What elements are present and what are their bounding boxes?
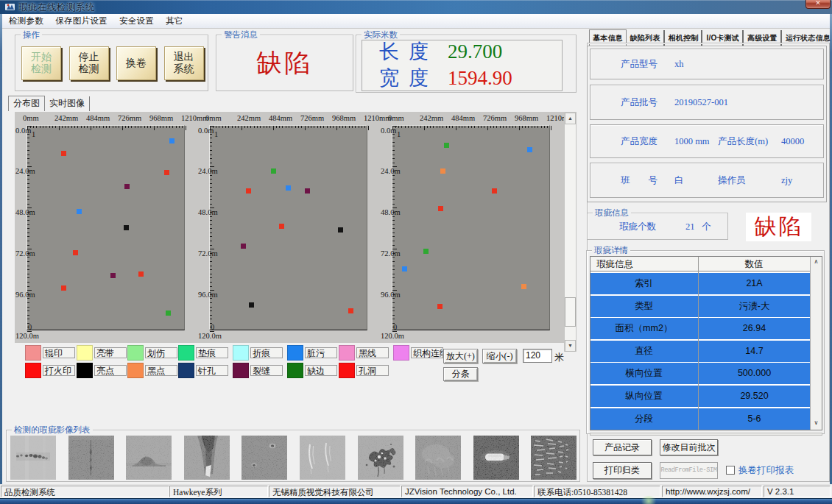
scroll-up-icon[interactable]: ∧ xyxy=(811,257,822,269)
window-title: 瑕疵在线检测系统 xyxy=(18,1,95,14)
defect-marker[interactable] xyxy=(124,184,130,189)
defect-thumbnail-9[interactable] xyxy=(473,436,519,480)
plot-area-3[interactable]: 10 xyxy=(392,125,550,331)
op-button-4[interactable]: 退出系统 xyxy=(164,46,204,80)
right-tab-5[interactable]: 高级设置 xyxy=(744,30,782,46)
y-tick-label: 24.0m xyxy=(15,167,35,175)
detail-row[interactable]: 直径14.7 xyxy=(590,341,810,362)
print-on-roll-change-checkbox[interactable] xyxy=(726,466,735,475)
defect-thumbnail-2[interactable] xyxy=(68,436,114,480)
defect-marker[interactable] xyxy=(73,250,78,255)
defect-alarm-text: 缺陷 xyxy=(755,212,803,242)
defect-count-unit: 个 xyxy=(702,220,711,233)
legend-swatch xyxy=(77,363,93,378)
legend-swatch xyxy=(233,363,249,378)
plot-area-2[interactable]: 10 xyxy=(209,125,367,331)
defect-marker[interactable] xyxy=(440,168,445,174)
defect-marker[interactable] xyxy=(444,143,449,148)
detail-row-name: 纵向位置 xyxy=(590,386,697,407)
defect-marker[interactable] xyxy=(305,188,310,194)
defect-marker[interactable] xyxy=(438,206,443,211)
right-tab-1[interactable]: 基本信息 xyxy=(589,29,627,46)
defect-marker[interactable] xyxy=(241,244,246,249)
scroll-down-icon[interactable]: ▼ xyxy=(565,340,576,352)
menu-item-1[interactable]: 检测参数 xyxy=(6,14,46,28)
defect-marker[interactable] xyxy=(138,271,144,277)
defect-marker[interactable] xyxy=(338,227,343,233)
defect-thumbnail-8[interactable] xyxy=(415,436,461,480)
defect-thumbnail-3[interactable] xyxy=(126,436,172,480)
defect-thumbnail-10[interactable] xyxy=(531,436,577,480)
op-button-2[interactable]: 停止检测 xyxy=(69,46,109,80)
action-button-2[interactable]: 修改目前批次 xyxy=(660,439,718,455)
defect-marker[interactable] xyxy=(437,304,443,309)
view-tab-1[interactable]: 分布图 xyxy=(8,96,45,111)
scroll-down-icon[interactable]: ∨ xyxy=(811,418,822,430)
defect-thumbnail-4[interactable] xyxy=(184,436,230,480)
detail-row[interactable]: 分段5-6 xyxy=(590,408,810,430)
right-tab-6[interactable]: 运行状态信息 xyxy=(783,30,832,46)
op-button-3[interactable]: 换卷 xyxy=(116,46,156,80)
detail-row-name: 分段 xyxy=(590,408,697,430)
defect-marker[interactable] xyxy=(527,147,532,152)
defect-marker[interactable] xyxy=(164,170,169,175)
split-button[interactable]: 分条 xyxy=(443,367,478,381)
op-button-1[interactable]: 开始检测 xyxy=(21,46,61,80)
x-tick-label: 0mm xyxy=(388,114,404,122)
defect-alarm-box: 缺陷 xyxy=(746,213,811,241)
defect-marker[interactable] xyxy=(271,168,276,174)
defect-marker[interactable] xyxy=(166,310,171,316)
defect-thumbnail-1[interactable] xyxy=(10,436,56,480)
defect-thumbnail-6[interactable] xyxy=(300,436,345,480)
right-tab-3[interactable]: 相机控制 xyxy=(666,30,703,46)
defect-marker[interactable] xyxy=(423,249,429,254)
defect-marker[interactable] xyxy=(110,273,116,278)
zoom-out-button[interactable]: 缩小(-) xyxy=(482,349,517,363)
zoom-in-button[interactable]: 放大(+) xyxy=(443,349,478,363)
defect-marker[interactable] xyxy=(492,188,497,194)
menu-item-2[interactable]: 保存图片设置 xyxy=(52,14,110,28)
menu-item-3[interactable]: 安全设置 xyxy=(116,14,157,28)
defect-marker[interactable] xyxy=(77,209,82,214)
menu-item-4[interactable]: 其它 xyxy=(163,14,186,28)
status-segment-1: 品质检测系统 xyxy=(1,486,169,497)
table-horizontal-scrollbar[interactable] xyxy=(590,433,822,436)
legend-swatch xyxy=(287,345,303,361)
defect-marker[interactable] xyxy=(61,285,66,291)
product-info-row-2: 产品批号20190527-001 xyxy=(590,85,824,120)
scroll-up-icon[interactable]: ▲ xyxy=(565,113,576,124)
detail-row[interactable]: 类型污渍-大 xyxy=(590,296,810,317)
action-button-3[interactable]: 打印归类 xyxy=(593,462,652,479)
detail-row[interactable]: 索引21A xyxy=(590,273,810,294)
defect-marker[interactable] xyxy=(249,302,254,308)
view-tab-2[interactable]: 实时图像 xyxy=(45,96,90,111)
detail-row-name: 横向位置 xyxy=(590,363,697,384)
defect-marker[interactable] xyxy=(61,151,66,156)
defect-marker[interactable] xyxy=(246,188,251,194)
detail-row[interactable]: 横向位置500.000 xyxy=(590,363,810,384)
plot-area-1[interactable]: 10 xyxy=(27,125,185,331)
defect-marker[interactable] xyxy=(169,138,174,143)
defect-marker[interactable] xyxy=(279,224,284,229)
app-window: 瑕疵在线检测系统 ✕ 检测参数保存图片设置安全设置其它 操作 开始检测停止检测换… xyxy=(0,0,832,504)
close-button[interactable]: ✕ xyxy=(805,0,831,9)
defect-marker[interactable] xyxy=(286,185,291,191)
defect-marker[interactable] xyxy=(348,308,353,313)
info-value: zjy xyxy=(781,175,792,186)
defect-thumbnail-7[interactable] xyxy=(358,436,403,480)
right-tab-2[interactable]: 缺陷列表 xyxy=(627,30,665,46)
defect-marker[interactable] xyxy=(402,266,407,271)
defect-marker[interactable] xyxy=(521,284,526,289)
scrollbar-thumb[interactable] xyxy=(565,297,576,327)
range-input[interactable]: 120 xyxy=(523,349,552,363)
detail-row[interactable]: 面积（mm2）26.94 xyxy=(590,318,810,339)
plot-vertical-scrollbar[interactable]: ▲ ▼ xyxy=(564,112,577,352)
legend-label: 划伤 xyxy=(145,347,177,358)
detail-row[interactable]: 纵向位置29.520 xyxy=(590,386,810,407)
right-tab-4[interactable]: I/O卡测试 xyxy=(703,30,744,46)
action-button-1[interactable]: 产品记录 xyxy=(593,439,652,455)
defect-thumbnail-5[interactable] xyxy=(242,436,287,480)
defect-marker[interactable] xyxy=(124,225,129,230)
table-vertical-scrollbar[interactable]: ∧ ∨ xyxy=(810,257,822,430)
detail-row-name: 直径 xyxy=(590,341,697,362)
